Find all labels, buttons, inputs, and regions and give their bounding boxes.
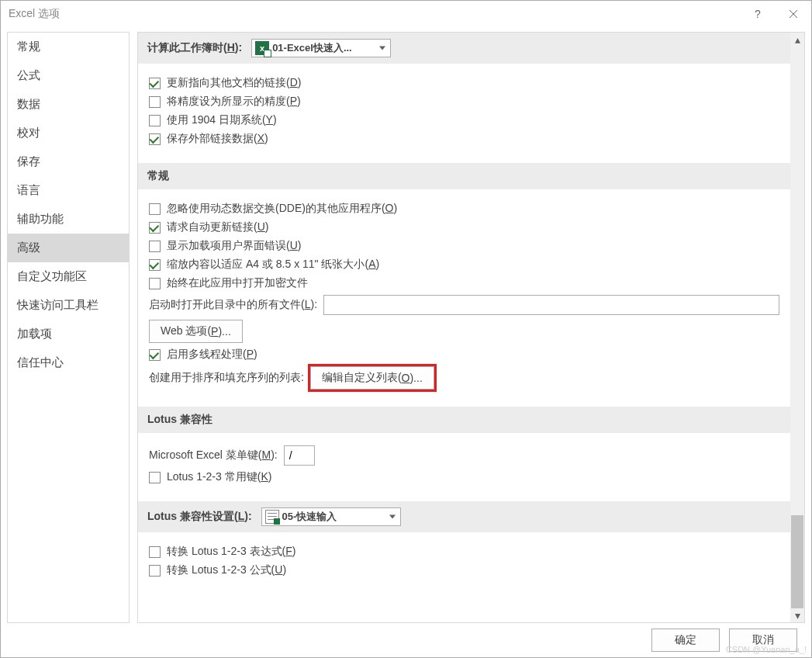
- chk-encrypt[interactable]: [149, 278, 161, 289]
- vertical-scrollbar[interactable]: ▴ ▾: [790, 33, 804, 622]
- chk-lotus-keys[interactable]: [149, 472, 161, 483]
- sidebar: 常规公式数据校对保存语言辅助功能高级自定义功能区快速访问工具栏加载项信任中心: [7, 32, 130, 623]
- sidebar-item-10[interactable]: 加载项: [8, 320, 129, 348]
- scroll-thumb[interactable]: [791, 515, 803, 608]
- titlebar: Excel 选项 ?: [1, 1, 811, 27]
- sidebar-item-6[interactable]: 辅助功能: [8, 205, 129, 234]
- sidebar-item-7[interactable]: 高级: [8, 234, 129, 262]
- watermark: CSDN @Yuanan_a_!: [726, 645, 807, 654]
- chk-scale[interactable]: [149, 259, 161, 271]
- main-panel: 计算此工作簿时(H): x 01-Excel快速入... 更新指向其他文档的链接…: [137, 32, 805, 623]
- menu-key-input[interactable]: [284, 445, 315, 466]
- chk-1904[interactable]: [149, 115, 161, 126]
- chk-multithread[interactable]: [149, 349, 161, 361]
- ok-button[interactable]: 确定: [651, 629, 720, 652]
- excel-options-window: Excel 选项 ? 常规公式数据校对保存语言辅助功能高级自定义功能区快速访问工…: [0, 0, 812, 658]
- sidebar-item-3[interactable]: 校对: [8, 119, 129, 147]
- excel-icon: x: [255, 41, 269, 55]
- chk-lotus-formula[interactable]: [149, 565, 161, 577]
- chk-lotus-expr[interactable]: [149, 546, 161, 558]
- section-workbook-calc: 计算此工作簿时(H): x 01-Excel快速入...: [138, 33, 790, 64]
- window-title: Excel 选项: [9, 7, 60, 21]
- section-lotus-settings: Lotus 兼容性设置(L): 05-快速输入: [138, 501, 790, 532]
- chk-update-links[interactable]: [149, 78, 161, 89]
- close-button[interactable]: [776, 2, 811, 26]
- chk-dde[interactable]: [149, 203, 161, 215]
- chk-precision[interactable]: [149, 96, 161, 108]
- sidebar-item-5[interactable]: 语言: [8, 176, 129, 205]
- sidebar-item-8[interactable]: 自定义功能区: [8, 262, 129, 291]
- worksheet-icon: [265, 510, 279, 524]
- edit-custom-lists-button[interactable]: 编辑自定义列表(O)...: [310, 366, 434, 390]
- chk-ask-upd[interactable]: [149, 222, 161, 234]
- chk-addin-err[interactable]: [149, 241, 161, 252]
- workbook-calc-combo[interactable]: x 01-Excel快速入...: [251, 39, 391, 57]
- help-button[interactable]: ?: [740, 2, 776, 26]
- chk-save-ext[interactable]: [149, 133, 161, 145]
- sidebar-item-11[interactable]: 信任中心: [8, 348, 129, 377]
- sidebar-item-1[interactable]: 公式: [8, 61, 129, 90]
- sidebar-item-4[interactable]: 保存: [8, 147, 129, 176]
- sidebar-item-2[interactable]: 数据: [8, 90, 129, 119]
- lotus-settings-combo[interactable]: 05-快速输入: [261, 507, 401, 526]
- section-general: 常规: [138, 163, 790, 189]
- web-options-button[interactable]: Web 选项(P)...: [149, 320, 243, 343]
- scroll-down-icon[interactable]: ▾: [790, 608, 804, 622]
- startup-folder-input[interactable]: [323, 295, 779, 315]
- scroll-up-icon[interactable]: ▴: [790, 33, 804, 47]
- sidebar-item-0[interactable]: 常规: [8, 33, 129, 61]
- section-lotus-compat: Lotus 兼容性: [138, 407, 790, 433]
- dialog-footer: 确定 取消: [1, 623, 811, 657]
- sidebar-item-9[interactable]: 快速访问工具栏: [8, 291, 129, 320]
